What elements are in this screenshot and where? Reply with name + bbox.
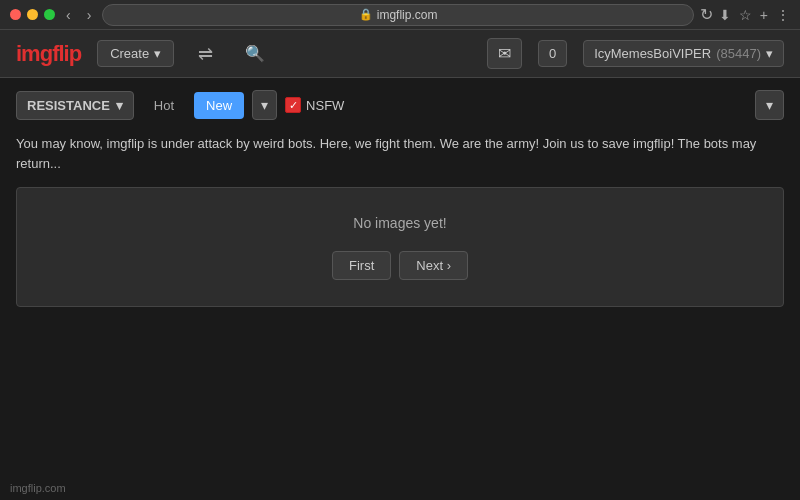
tab-hot[interactable]: Hot [142,92,186,119]
stream-select[interactable]: RESISTANCE ▾ [16,91,134,120]
browser-chrome: ‹ › 🔒 imgflip.com ↻ ⬇ ☆ + ⋮ [0,0,800,30]
stream-label: RESISTANCE [27,98,110,113]
chevron-down-icon: ▾ [154,46,161,61]
no-images-message: No images yet! [353,215,446,231]
footer-text: imgflip.com [10,482,66,494]
sort-dropdown[interactable]: ▾ [252,90,277,120]
logo-flip: flip [52,41,81,66]
create-button[interactable]: Create ▾ [97,40,174,67]
info-banner: You may know, imgflip is under attack by… [16,134,784,173]
nsfw-toggle[interactable]: ✓ NSFW [285,97,344,113]
user-points: (85447) [716,46,761,61]
navbar: imgflip Create ▾ ⇌ 🔍 ✉ 0 IcyMemesBoiVIPE… [0,30,800,78]
nsfw-label: NSFW [306,98,344,113]
maximize-window-btn[interactable] [44,9,55,20]
add-tab-icon[interactable]: + [760,7,768,23]
view-dropdown[interactable]: ▾ [755,90,784,120]
username: IcyMemesBoiVIPER [594,46,711,61]
nsfw-checkbox[interactable]: ✓ [285,97,301,113]
mail-button[interactable]: ✉ [487,38,522,69]
first-page-button[interactable]: First [332,251,391,280]
user-dropdown-icon: ▾ [766,46,773,61]
filter-bar: RESISTANCE ▾ Hot New ▾ ✓ NSFW ▾ [16,90,784,120]
next-page-button[interactable]: Next › [399,251,468,280]
menu-icon[interactable]: ⋮ [776,7,790,23]
url-text: imgflip.com [377,8,438,22]
lock-icon: 🔒 [359,8,373,21]
notif-count: 0 [549,46,556,61]
bookmark-icon[interactable]: ☆ [739,7,752,23]
tab-new[interactable]: New [194,92,244,119]
back-btn[interactable]: ‹ [61,5,76,25]
site-logo[interactable]: imgflip [16,41,81,67]
create-label: Create [110,46,149,61]
forward-btn[interactable]: › [82,5,97,25]
banner-text: You may know, imgflip is under attack by… [16,136,756,171]
reload-btn[interactable]: ↻ [700,5,713,24]
minimize-window-btn[interactable] [27,9,38,20]
shuffle-button[interactable]: ⇌ [190,39,221,69]
search-button[interactable]: 🔍 [237,40,273,67]
notification-badge[interactable]: 0 [538,40,567,67]
images-container: No images yet! First Next › [16,187,784,307]
main-content: RESISTANCE ▾ Hot New ▾ ✓ NSFW ▾ You may … [0,78,800,319]
stream-dropdown-icon: ▾ [116,98,123,113]
browser-actions: ⬇ ☆ + ⋮ [719,7,790,23]
footer: imgflip.com [10,482,66,494]
download-icon[interactable]: ⬇ [719,7,731,23]
address-bar[interactable]: 🔒 imgflip.com [102,4,693,26]
user-menu[interactable]: IcyMemesBoiVIPER (85447) ▾ [583,40,784,67]
close-window-btn[interactable] [10,9,21,20]
pagination: First Next › [332,251,468,280]
logo-img: img [16,41,52,66]
window-controls [10,9,55,20]
mail-icon: ✉ [498,45,511,62]
